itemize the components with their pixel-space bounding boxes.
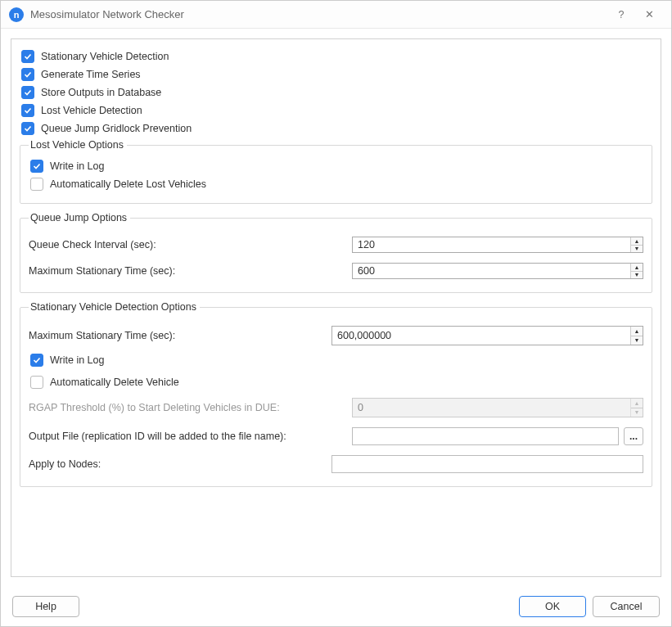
spinner-down-icon[interactable]: ▼ xyxy=(631,336,643,345)
spinner-down-icon: ▼ xyxy=(631,408,643,417)
spinner-up-icon: ▲ xyxy=(631,399,643,408)
rgap-threshold-spinner: ▲ ▼ xyxy=(352,398,643,417)
field-label: Maximum Stationary Time (sec): xyxy=(29,330,331,341)
row-apply-to-nodes: Apply to Nodes: xyxy=(29,449,643,476)
row-output-file: Output File (replication ID will be adde… xyxy=(29,421,643,449)
queue-check-interval-input[interactable] xyxy=(353,237,630,252)
qj-max-stationary-input[interactable] xyxy=(353,264,630,278)
main-panel: Stationary Vehicle Detection Generate Ti… xyxy=(11,38,661,577)
cancel-button[interactable]: Cancel xyxy=(593,596,660,617)
checkbox-icon[interactable] xyxy=(21,104,34,117)
check-label: Automatically Delete Vehicle xyxy=(50,377,179,388)
check-stationary-vehicle-detection[interactable]: Stationary Vehicle Detection xyxy=(20,47,652,65)
check-generate-time-series[interactable]: Generate Time Series xyxy=(20,65,652,83)
check-svd-write-in-log[interactable]: Write in Log xyxy=(29,349,643,369)
rgap-threshold-input xyxy=(353,399,630,417)
row-qj-max-stationary-time: Maximum Stationary Time (sec): ▲ ▼ xyxy=(29,256,643,282)
field-label: Queue Check Interval (sec): xyxy=(29,239,352,250)
browse-button[interactable]: ... xyxy=(624,427,643,445)
spinner-down-icon[interactable]: ▼ xyxy=(631,245,643,253)
spinner-up-icon[interactable]: ▲ xyxy=(631,237,643,245)
apply-to-nodes-input[interactable] xyxy=(331,455,643,473)
field-label: Maximum Stationary Time (sec): xyxy=(29,265,352,277)
checkbox-icon[interactable] xyxy=(30,354,43,367)
group-legend: Lost Vehicle Options xyxy=(29,139,127,151)
check-lvo-auto-delete[interactable]: Automatically Delete Lost Vehicles xyxy=(29,175,643,193)
qj-max-stationary-spinner[interactable]: ▲ ▼ xyxy=(352,263,643,279)
check-queue-jump-gridlock-prevention[interactable]: Queue Jump Gridlock Prevention xyxy=(20,120,652,138)
check-store-outputs-in-db[interactable]: Store Outputs in Database xyxy=(20,83,652,101)
dialog-footer: Help OK Cancel xyxy=(1,587,671,626)
ok-button[interactable]: OK xyxy=(519,596,586,617)
check-label: Write in Log xyxy=(50,354,104,366)
checkbox-icon[interactable] xyxy=(30,178,43,191)
help-icon[interactable]: ? xyxy=(607,3,635,26)
field-label: Output File (replication ID will be adde… xyxy=(29,431,352,442)
row-queue-check-interval: Queue Check Interval (sec): ▲ ▼ xyxy=(29,230,643,256)
check-label: Lost Vehicle Detection xyxy=(41,105,142,116)
check-lost-vehicle-detection[interactable]: Lost Vehicle Detection xyxy=(20,101,652,120)
check-label: Write in Log xyxy=(50,160,104,172)
spinner-up-icon[interactable]: ▲ xyxy=(631,264,643,271)
checkbox-icon[interactable] xyxy=(30,160,43,173)
window-title: Mesosimulator Network Checker xyxy=(30,8,607,20)
group-legend: Queue Jump Options xyxy=(29,212,130,223)
check-label: Queue Jump Gridlock Prevention xyxy=(41,123,192,134)
field-label: RGAP Threshold (%) to Start Deleting Veh… xyxy=(29,402,352,413)
checkbox-icon[interactable] xyxy=(21,122,34,135)
row-rgap-threshold: RGAP Threshold (%) to Start Deleting Veh… xyxy=(29,391,643,421)
check-label: Generate Time Series xyxy=(41,69,141,80)
check-svd-auto-delete[interactable]: Automatically Delete Vehicle xyxy=(29,369,643,391)
app-icon: n xyxy=(9,7,24,22)
queue-jump-options-group: Queue Jump Options Queue Check Interval … xyxy=(20,212,652,293)
spinner-up-icon[interactable]: ▲ xyxy=(631,327,643,336)
check-label: Store Outputs in Database xyxy=(41,87,161,98)
check-label: Automatically Delete Lost Vehicles xyxy=(50,178,206,190)
close-icon[interactable]: ✕ xyxy=(635,3,663,26)
field-label: Apply to Nodes: xyxy=(29,458,331,470)
checkbox-icon[interactable] xyxy=(30,376,43,389)
checkbox-icon[interactable] xyxy=(21,50,34,63)
svd-max-stationary-spinner[interactable]: ▲ ▼ xyxy=(331,326,643,345)
check-label: Stationary Vehicle Detection xyxy=(41,51,169,62)
spinner-down-icon[interactable]: ▼ xyxy=(631,271,643,279)
output-file-input[interactable] xyxy=(352,427,619,445)
stationary-options-group: Stationary Vehicle Detection Options Max… xyxy=(20,301,652,487)
help-button[interactable]: Help xyxy=(12,596,79,617)
checkbox-icon[interactable] xyxy=(21,86,34,99)
titlebar: n Mesosimulator Network Checker ? ✕ xyxy=(1,1,671,29)
row-svd-max-stationary-time: Maximum Stationary Time (sec): ▲ ▼ xyxy=(29,319,643,349)
svd-max-stationary-input[interactable] xyxy=(332,327,630,345)
lost-vehicle-options-group: Lost Vehicle Options Write in Log Automa… xyxy=(20,139,652,204)
queue-check-interval-spinner[interactable]: ▲ ▼ xyxy=(352,237,643,253)
check-lvo-write-in-log[interactable]: Write in Log xyxy=(29,157,643,175)
checkbox-icon[interactable] xyxy=(21,68,34,81)
group-legend: Stationary Vehicle Detection Options xyxy=(29,301,200,313)
